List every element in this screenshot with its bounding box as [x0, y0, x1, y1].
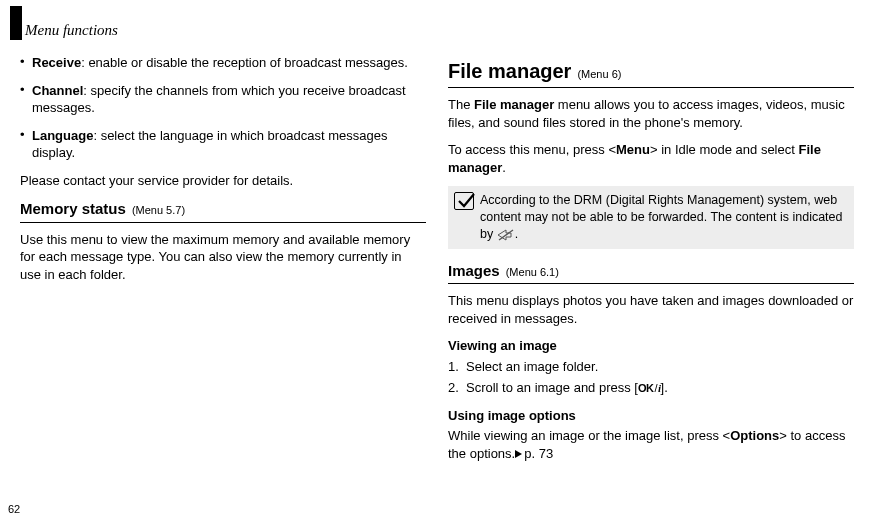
header-accent-bar — [10, 6, 22, 40]
images-body: This menu displays photos you have taken… — [448, 292, 854, 327]
broadcast-options-list: • Receive: enable or disable the recepti… — [20, 54, 426, 162]
list-item: • Receive: enable or disable the recepti… — [20, 54, 426, 72]
page-number: 62 — [8, 502, 20, 517]
step-2: 2. Scroll to an image and press [OK/i]. — [448, 379, 854, 397]
drm-note: According to the DRM (Digital Rights Man… — [448, 186, 854, 249]
running-header: Menu functions — [10, 6, 118, 40]
left-column: • Receive: enable or disable the recepti… — [20, 54, 426, 462]
checkbox-note-icon — [454, 192, 474, 210]
file-manager-access: To access this menu, press <Menu> in Idl… — [448, 141, 854, 176]
drm-forward-blocked-icon — [497, 229, 515, 241]
memory-status-heading: Memory status (Menu 5.7) — [20, 199, 426, 222]
using-options-heading: Using image options — [448, 407, 854, 425]
step-1: 1. Select an image folder. — [448, 358, 854, 376]
using-options-body: While viewing an image or the image list… — [448, 427, 854, 462]
file-manager-heading: File manager (Menu 6) — [448, 58, 854, 88]
ok-key-icon: OK/i — [638, 381, 661, 396]
file-manager-desc: The File manager menu allows you to acce… — [448, 96, 854, 131]
viewing-image-heading: Viewing an image — [448, 337, 854, 355]
content-columns: • Receive: enable or disable the recepti… — [20, 54, 854, 462]
reference-arrow-icon — [515, 450, 522, 458]
bullet-icon: • — [20, 54, 32, 72]
right-column: File manager (Menu 6) The File manager m… — [448, 54, 854, 462]
memory-status-body: Use this menu to view the maximum memory… — [20, 231, 426, 284]
contact-note: Please contact your service provider for… — [20, 172, 426, 190]
list-item: • Language: select the language in which… — [20, 127, 426, 162]
list-item: • Channel: specify the channels from whi… — [20, 82, 426, 117]
bullet-icon: • — [20, 127, 32, 162]
images-heading: Images (Menu 6.1) — [448, 261, 854, 284]
bullet-icon: • — [20, 82, 32, 117]
header-title: Menu functions — [25, 20, 118, 40]
